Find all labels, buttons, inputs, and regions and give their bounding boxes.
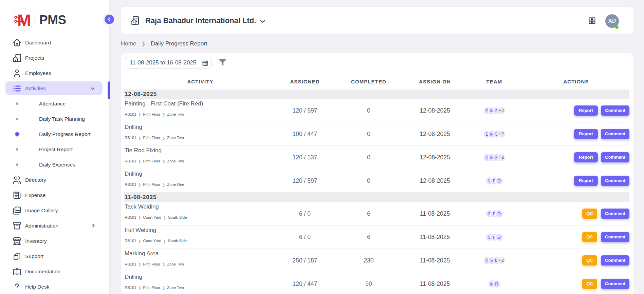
- svg-text:M: M: [17, 11, 31, 29]
